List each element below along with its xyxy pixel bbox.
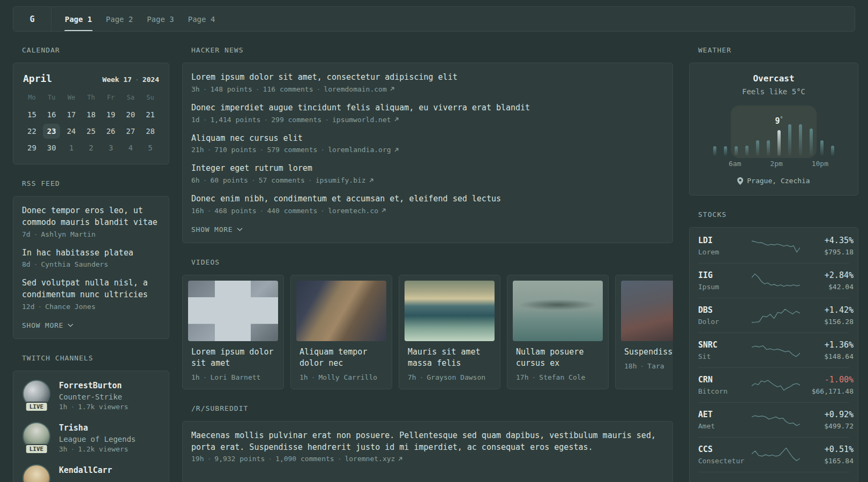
stock-row-snrc[interactable]: SNRCSit+1.36%$148.64 (698, 333, 849, 367)
video-card[interactable]: Mauris sit amet massa felis7h·Grayson Da… (399, 275, 500, 389)
weather-hour-cell (720, 109, 731, 156)
hackernews-item-title[interactable]: Aliquam nec cursus elit (191, 133, 664, 145)
stock-symbol: CRN (698, 375, 752, 385)
meta-separator: · (256, 85, 260, 93)
video-thumbnail-memorial-pillars-sky[interactable] (188, 281, 278, 341)
calendar-day: 22 (22, 124, 42, 139)
twitch-channel-item[interactable]: LIVETrishaLeague of Legends3h·1.2k viewe… (22, 422, 160, 453)
item-age: 1d (191, 116, 200, 124)
video-meta: 1h·Molly Carrillo (300, 373, 383, 381)
stock-row-ahs[interactable]: AHS+0.46% (698, 472, 849, 482)
channel-name[interactable]: Trisha (59, 423, 136, 433)
video-card[interactable]: Nullam posuere cursus ex17h·Stefan Cole (507, 275, 609, 389)
stock-row-ccs[interactable]: CCSConsectetur+0.51%$165.84 (698, 437, 849, 472)
source-link[interactable]: loremtech.co (328, 207, 378, 215)
channel-name[interactable]: ForrestBurton (59, 381, 128, 390)
calendar-day: 18 (81, 107, 101, 122)
meta-separator: · (640, 362, 644, 370)
hackernews-items: Lorem ipsum dolor sit amet, consectetur … (191, 72, 664, 215)
hackernews-item-title[interactable]: Donec imperdiet augue tincidunt felis al… (191, 102, 664, 114)
stock-name: Ipsum (698, 283, 752, 291)
external-link-icon (381, 208, 386, 213)
rss-item-meta: 7d·Ashlyn Martin (22, 230, 160, 238)
weather-time-label: 6am (729, 160, 741, 168)
calendar-weekday: Fr (101, 91, 121, 106)
calendar-day: 4 (121, 140, 140, 155)
video-age: 1h (191, 373, 200, 381)
hackernews-item-title[interactable]: Lorem ipsum dolor sit amet, consectetur … (191, 72, 664, 84)
stock-price: $165.84 (800, 457, 854, 465)
source-link[interactable]: loremlandia.org (328, 146, 391, 154)
stock-symbol: CCS (698, 445, 752, 454)
source-link[interactable]: loremdomain.com (324, 85, 386, 93)
weather-bar (788, 124, 791, 156)
stock-chart (752, 376, 800, 394)
stock-row-aet[interactable]: AETAmet+0.92%$499.72 (698, 402, 849, 437)
video-card[interactable]: Lorem ipsum dolor sit amet consectetu…1h… (182, 275, 284, 389)
meta-separator: · (325, 116, 329, 124)
tab-page-2[interactable]: Page 2 (99, 7, 140, 31)
item-points: 60 points (210, 176, 248, 184)
chevron-down-icon (68, 323, 73, 327)
stock-chart (752, 341, 800, 359)
calendar-weekday: Th (81, 91, 101, 106)
stock-change: +2.84% (800, 270, 854, 280)
video-card[interactable]: Aliquam tempor dolor nec pharetra…1h·Mol… (290, 275, 392, 389)
calendar-day: 29 (22, 140, 42, 155)
tab-page-3[interactable]: Page 3 (140, 7, 181, 31)
rss-item-title[interactable]: In hac habitasse platea (22, 247, 160, 259)
video-title[interactable]: Nullam posuere cursus ex (516, 347, 600, 369)
source-link[interactable]: ipsumify.biz (316, 176, 366, 184)
stock-sparkline (752, 341, 800, 359)
rss-card: Donec tempor eros leo, ut commodo mauris… (13, 196, 169, 339)
video-title[interactable]: Mauris sit amet massa felis (408, 347, 491, 369)
calendar-day: 21 (140, 107, 160, 122)
rss-item-title[interactable]: Donec tempor eros leo, ut commodo mauris… (22, 205, 160, 229)
stock-sparkline (752, 237, 800, 255)
video-title[interactable]: Aliquam tempor dolor nec pharetra… (300, 347, 383, 369)
subreddit-post: Maecenas mollis pulvinar erat non posuer… (191, 430, 664, 463)
item-age: 3h (191, 85, 200, 93)
tab-page-1[interactable]: Page 1 (58, 7, 99, 31)
weather-hour-cell (752, 109, 763, 156)
item-author: Cynthia Saunders (41, 260, 108, 268)
post-title[interactable]: Maecenas mollis pulvinar erat non posuer… (191, 430, 664, 454)
stock-row-ldi[interactable]: LDILorem+4.35%$795.18 (698, 229, 849, 263)
stock-name: Lorem (698, 248, 752, 256)
video-title[interactable]: Suspendisse diam (624, 347, 673, 358)
channel-name[interactable]: KendallCarr (59, 465, 112, 475)
hackernews-card: Lorem ipsum dolor sit amet, consectetur … (182, 63, 673, 243)
video-card[interactable]: Suspendisse diam18h·Tara (615, 275, 673, 389)
rss-show-more-button[interactable]: SHOW MORE (22, 321, 73, 329)
video-thumbnail-foggy-figure[interactable] (621, 281, 673, 341)
calendar-day: 30 (42, 140, 62, 155)
current-temperature: 9° (775, 116, 783, 126)
tab-page-4[interactable]: Page 4 (181, 7, 222, 31)
video-title[interactable]: Lorem ipsum dolor sit amet consectetu… (191, 347, 275, 369)
source-link[interactable]: loremnet.xyz (345, 455, 395, 463)
app-logo[interactable]: G (13, 7, 51, 31)
source-link[interactable]: ipsumworld.net (332, 116, 391, 124)
calendar-card: April Week 17·2024 MoTuWeThFrSaSu1516171… (13, 63, 169, 164)
stock-rows: LDILorem+4.35%$795.18IIGIpsum+2.84%$42.0… (698, 229, 849, 482)
video-thumbnail-canoe-in-fog[interactable] (513, 281, 603, 341)
rss-item-title[interactable]: Sed volutpat nulla nisl, a condimentum n… (22, 277, 160, 301)
hackernews-item-title[interactable]: Donec enim nibh, condimentum et accumsan… (191, 193, 664, 205)
stock-row-iig[interactable]: IIGIpsum+2.84%$42.04 (698, 263, 849, 298)
item-comments: 1,090 comments (275, 455, 334, 463)
video-thumbnail-camera-in-hands[interactable] (296, 281, 386, 341)
twitch-channel-item[interactable]: LIVEForrestBurtonCounter-Strike1h·1.7k v… (22, 380, 160, 411)
weather-bar (713, 146, 716, 156)
calendar-day-number: 18 (83, 107, 100, 122)
video-thumbnail-sea-boat-wake[interactable] (405, 281, 495, 341)
video-channel: Grayson Dawson (426, 373, 485, 381)
stock-row-crn[interactable]: CRNBitcorn-1.00%$66,171.48 (698, 367, 849, 402)
live-badge: LIVE (25, 444, 48, 454)
hackernews-show-more-button[interactable]: SHOW MORE (191, 225, 243, 234)
weather-location: Prague, Czechia (698, 177, 849, 185)
hackernews-item-title[interactable]: Integer eget rutrum lorem (191, 163, 664, 175)
item-points: 148 points (210, 85, 252, 93)
stock-row-dbs[interactable]: DBSDolor+1.42%$156.28 (698, 298, 849, 333)
calendar-month: April (23, 73, 52, 84)
twitch-channel-item[interactable]: KendallCarr (22, 464, 160, 482)
